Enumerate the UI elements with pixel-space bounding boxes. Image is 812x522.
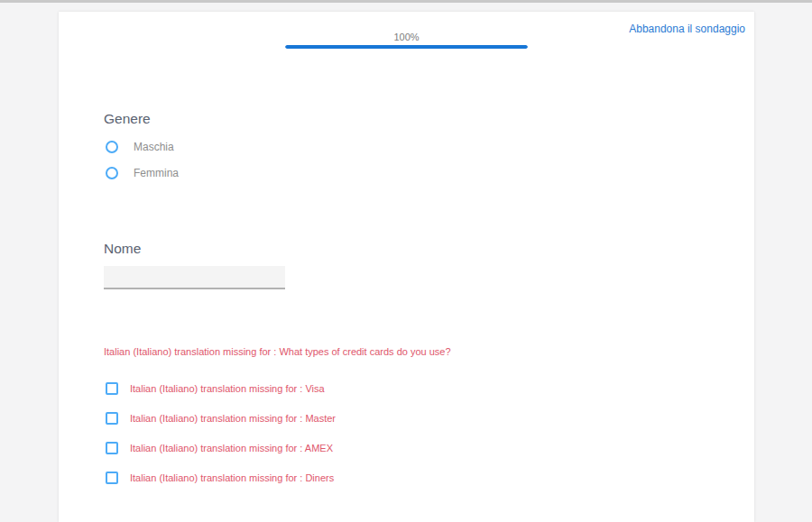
name-question-title: Nome [104, 241, 141, 256]
checkbox[interactable] [106, 412, 118, 425]
checkbox[interactable] [106, 382, 118, 395]
checkbox-option-label: Italian (Italiano) translation missing f… [130, 472, 334, 483]
checkbox[interactable] [106, 472, 118, 484]
checkbox[interactable] [106, 442, 118, 454]
credit-cards-question-title: Italian (Italiano) translation missing f… [104, 346, 451, 358]
radio-button[interactable] [106, 141, 118, 153]
checkbox-option-label: Italian (Italiano) translation missing f… [130, 413, 336, 424]
radio-option-femmina[interactable]: Femmina [106, 166, 179, 180]
checkbox-option-diners[interactable]: Italian (Italiano) translation missing f… [106, 471, 334, 485]
progress-fill [285, 45, 528, 49]
progress-percent-label: 100% [285, 32, 528, 42]
checkbox-option-visa[interactable]: Italian (Italiano) translation missing f… [106, 381, 325, 396]
radio-option-maschia[interactable]: Maschia [106, 140, 174, 154]
checkbox-option-master[interactable]: Italian (Italiano) translation missing f… [106, 411, 336, 426]
survey-page: 100% Abbandona il sondaggio Genere Masch… [0, 0, 812, 522]
radio-button[interactable] [106, 167, 118, 179]
progress-bar: 100% [285, 32, 528, 49]
survey-panel: 100% Abbandona il sondaggio Genere Masch… [59, 12, 754, 522]
checkbox-option-label: Italian (Italiano) translation missing f… [130, 383, 325, 394]
gender-question-title: Genere [104, 111, 151, 126]
top-border [0, 0, 812, 3]
checkbox-option-amex[interactable]: Italian (Italiano) translation missing f… [106, 441, 333, 455]
abandon-survey-link[interactable]: Abbandona il sondaggio [629, 23, 745, 35]
radio-option-label: Femmina [134, 167, 179, 179]
name-input[interactable] [104, 266, 285, 289]
progress-track [285, 45, 528, 49]
radio-option-label: Maschia [134, 141, 174, 153]
checkbox-option-label: Italian (Italiano) translation missing f… [130, 443, 333, 453]
